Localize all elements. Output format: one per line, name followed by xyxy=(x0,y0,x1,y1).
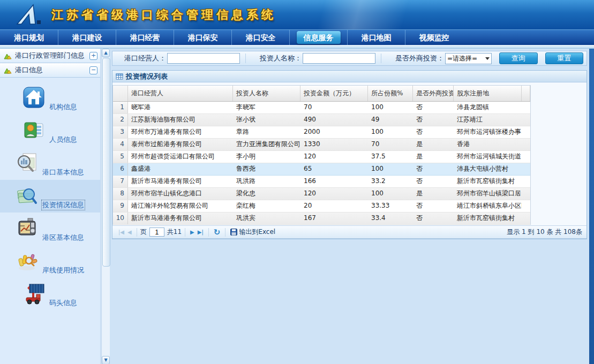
tab-port-construction[interactable]: 港口建设 xyxy=(58,30,116,45)
last-page-icon[interactable]: ▶| xyxy=(198,229,204,235)
table-row[interactable]: 4 泰州市过船港务有限公司 宜力亚洲集团有限公司 1330 70 是 香港 xyxy=(113,139,530,151)
cell-index: 5 xyxy=(113,151,128,163)
investor-input[interactable] xyxy=(303,53,375,64)
panel-header: 投资情况列表 xyxy=(112,71,587,82)
cell-index: 7 xyxy=(113,176,128,187)
tab-video-monitor[interactable]: 视频监控 xyxy=(405,30,463,45)
scroll-up-icon[interactable]: ▲ xyxy=(102,49,110,57)
chevron-down-icon xyxy=(485,57,490,60)
cell-location: 新沂市瓦窑镇街集村 xyxy=(454,176,522,187)
table-row[interactable]: 1 晓军港 李晓军 70 100 否 沛县龙固镇 xyxy=(113,102,530,114)
prev-page-icon[interactable]: ◀ xyxy=(127,229,132,235)
cell-share: 100 xyxy=(368,102,413,113)
col-header-filler xyxy=(522,86,530,101)
tab-port-safety[interactable]: 港口安全 xyxy=(231,30,289,45)
foreign-investment-select[interactable]: =请选择= xyxy=(445,53,492,64)
cell-operator: 新沂市马港港务有限公司 xyxy=(128,176,233,187)
cell-operator: 靖江瀚洋外轮贸易有限公司 xyxy=(128,200,233,212)
collapse-icon[interactable]: − xyxy=(89,66,97,74)
cell-share: 70 xyxy=(368,139,413,150)
operator-input[interactable] xyxy=(167,53,240,64)
table-row[interactable]: 9 靖江瀚洋外轮贸易有限公司 栾红梅 20 33.33 否 靖江市斜桥镇东阜小区… xyxy=(113,200,530,213)
sidebar-group-port-info[interactable]: 港口信息 − xyxy=(0,63,100,78)
table-row[interactable]: 10 新沂市马港港务有限公司 巩洪宾 167 33.4 否 新沂市瓦窑镇街集村 xyxy=(113,213,530,225)
col-header-index xyxy=(113,86,128,101)
col-header-location[interactable]: 股东注册地 xyxy=(454,86,522,101)
refresh-icon[interactable]: ↻ xyxy=(214,228,221,237)
pagination-toolbar: |◀ ◀ 页 共11 ▶ ▶| ↻ xyxy=(112,225,587,239)
cell-filler xyxy=(522,114,530,126)
tab-info-service[interactable]: 信息服务 xyxy=(289,30,347,45)
col-header-share[interactable]: 所占份额% xyxy=(368,86,413,101)
table-row-selected[interactable]: 6 鑫盛港 鲁西尧 65 100 否 沛县大屯镇小营村 xyxy=(113,163,530,176)
tab-port-operation[interactable]: 港口经营 xyxy=(116,30,174,45)
operator-field-label: 港口经营人： xyxy=(124,54,166,63)
investment-list-panel: 投资情况列表 港口经营人 投资人名称 投资金额（万元） 所占份额% 是否外商投资… xyxy=(112,70,587,239)
sidebar-item-label: 码头信息 xyxy=(48,298,78,308)
cell-investor: 张小状 xyxy=(233,114,300,126)
cell-filler xyxy=(522,188,530,200)
scrollbar-thumb[interactable] xyxy=(102,58,110,267)
page-number-input[interactable] xyxy=(149,228,164,237)
table-row[interactable]: 2 江苏新海油脂有限公司 张小状 490 49 否 江苏靖江 xyxy=(113,114,530,126)
export-excel-button[interactable]: 输出到Excel xyxy=(230,228,275,237)
cell-operator: 邳州市万迪港务有限公司 xyxy=(128,126,233,138)
cell-filler xyxy=(522,176,530,187)
cell-share: 37.5 xyxy=(368,151,413,163)
scroll-down-icon[interactable]: ▼ xyxy=(102,356,110,364)
investor-field-label: 投资人名称： xyxy=(260,54,302,63)
cell-index: 8 xyxy=(113,188,128,200)
cell-index: 1 xyxy=(113,102,128,113)
expand-icon[interactable]: + xyxy=(89,52,97,60)
cell-share: 100 xyxy=(368,163,413,175)
cell-foreign: 否 xyxy=(413,102,454,113)
table-row[interactable]: 7 新沂市马港港务有限公司 巩洪路 166 33.2 否 新沂市瓦窑镇街集村 xyxy=(113,176,530,188)
cell-foreign: 是 xyxy=(413,151,454,163)
col-header-operator[interactable]: 港口经营人 xyxy=(128,86,233,101)
sidebar-item-dock-info[interactable]: 码头信息 xyxy=(0,278,100,310)
table-row[interactable]: 5 邳州市超强货运港口有限公司 李小明 120 37.5 是 邳州市运河镇城关街… xyxy=(113,151,530,163)
cell-filler xyxy=(522,102,530,113)
table-row[interactable]: 3 邳州市万迪港务有限公司 章路 2000 100 否 邳州市运河镇张楼办事..… xyxy=(113,126,530,139)
tab-label: 港口地图 xyxy=(362,33,392,42)
cell-index: 4 xyxy=(113,139,128,150)
cell-foreign: 是 xyxy=(413,139,454,150)
divider xyxy=(381,54,381,63)
sidebar-group-admin-dept[interactable]: 港口行政管理部门信息 + xyxy=(0,49,100,63)
cell-share: 100 xyxy=(368,126,413,138)
first-page-icon[interactable]: |◀ xyxy=(118,229,124,235)
cell-amount: 2000 xyxy=(300,126,368,138)
query-button[interactable]: 查询 xyxy=(499,52,537,64)
next-page-icon[interactable]: ▶ xyxy=(190,229,194,235)
cell-amount: 120 xyxy=(300,151,368,163)
sidebar-item-personnel-info[interactable]: 人员信息 xyxy=(0,115,100,147)
reset-button[interactable]: 重置 xyxy=(545,52,583,64)
record-count-summary: 显示 1 到 10 条 共 108条 xyxy=(507,228,582,237)
sidebar-item-org-info[interactable]: 机构信息 xyxy=(0,82,100,115)
title-bar: 江苏省省级港口综合管理信息系统 xyxy=(0,0,594,29)
table-row[interactable]: 8 邳州市宿羊山镇化忠港口 梁化忠 120 100 是 邳州市宿羊山镇梁口居..… xyxy=(113,188,530,200)
sidebar-item-shoreline-usage[interactable]: 岸线使用情况 xyxy=(0,245,100,278)
col-header-foreign[interactable]: 是否外商投资 xyxy=(413,86,454,101)
cell-amount: 166 xyxy=(300,176,368,187)
app-window: 江苏省省级港口综合管理信息系统 港口规划 港口建设 港口经营 港口保安 港口安全… xyxy=(0,0,594,364)
cell-amount: 1330 xyxy=(300,139,368,150)
cell-amount: 70 xyxy=(300,102,368,113)
sidebar-scrollbar[interactable]: ▲ ▼ xyxy=(101,49,110,364)
cell-foreign: 否 xyxy=(413,176,454,187)
col-header-investor[interactable]: 投资人名称 xyxy=(233,86,300,101)
cell-location: 沛县大屯镇小营村 xyxy=(454,163,522,175)
cell-investor: 栾红梅 xyxy=(233,200,300,212)
sidebar-item-port-area-info[interactable]: 港区基本信息 xyxy=(0,213,100,245)
tab-port-planning[interactable]: 港口规划 xyxy=(0,30,58,45)
tab-label: 港口安全 xyxy=(246,33,276,42)
col-header-amount[interactable]: 投资金额（万元） xyxy=(300,86,368,101)
tab-port-map[interactable]: 港口地图 xyxy=(347,30,405,45)
sidebar-item-port-basic-info[interactable]: 港口基本信息 xyxy=(0,147,100,180)
group-label: 港口信息 xyxy=(15,65,89,75)
cell-foreign: 否 xyxy=(413,213,454,224)
sidebar-item-investment-info[interactable]: 投资情况信息 xyxy=(0,180,100,213)
tab-port-security[interactable]: 港口保安 xyxy=(174,30,231,45)
cell-location: 邳州市运河镇城关街道 xyxy=(454,151,522,163)
sidebar-item-label: 港口基本信息 xyxy=(41,167,85,178)
